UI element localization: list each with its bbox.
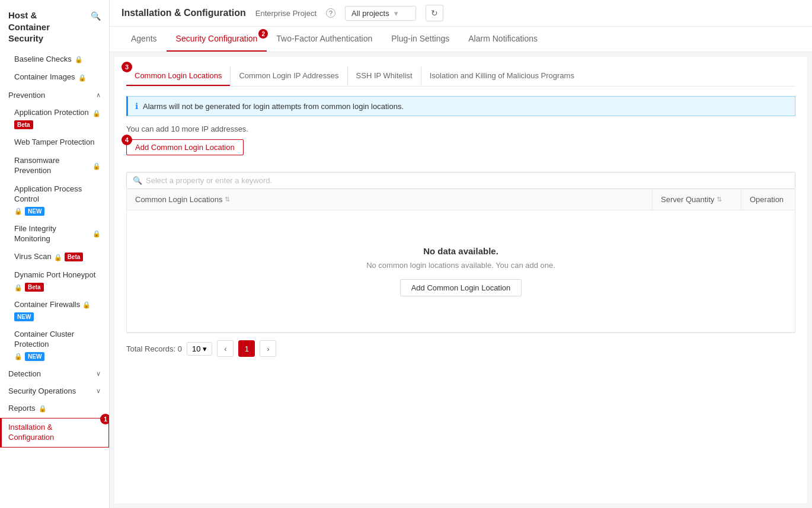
page-title: Installation & Configuration: [122, 8, 246, 18]
chevron-down-icon: ∨: [96, 370, 101, 378]
add-count-text: You can add 10 more IP addresses.: [126, 124, 795, 133]
sidebar-item-installation-config[interactable]: 1 Installation & Configuration: [0, 418, 109, 448]
tab-security-configuration[interactable]: 2 Security Configuration: [167, 27, 267, 52]
info-icon: ℹ: [135, 101, 138, 111]
lock-icon: 🔒: [14, 352, 23, 360]
beta-badge: Beta: [65, 253, 84, 261]
sidebar-group-detection[interactable]: Detection ∨: [0, 365, 109, 382]
lock-icon: 🔒: [92, 229, 101, 238]
chevron-down-icon: ▾: [394, 9, 398, 18]
sidebar-item-file-integrity[interactable]: File Integrity Monitoring 🔒: [0, 220, 109, 248]
chevron-down-icon: ▾: [203, 344, 207, 353]
next-page-button[interactable]: ›: [260, 340, 276, 357]
sidebar-item-web-tamper[interactable]: Web Tamper Protection: [0, 133, 109, 152]
empty-add-button[interactable]: Add Common Login Location: [400, 279, 522, 296]
lock-icon: 🔒: [78, 74, 87, 82]
lock-icon: 🔒: [54, 253, 62, 261]
sidebar: Host & Container Security 🔍 Baseline Che…: [0, 0, 110, 508]
sub-tab-ssh-whitelist[interactable]: SSH IP Whitelist: [347, 66, 421, 86]
lock-icon: 🔒: [14, 207, 23, 215]
beta-badge: Beta: [25, 283, 44, 292]
lock-icon: 🔒: [82, 301, 91, 309]
sidebar-title: Host & Container Security 🔍: [0, 0, 109, 50]
sidebar-item-container-images[interactable]: Container Images 🔒: [0, 68, 109, 87]
tab-alarm-notifications[interactable]: Alarm Notifications: [459, 27, 547, 52]
help-icon[interactable]: ?: [326, 8, 335, 18]
beta-badge: Beta: [14, 120, 33, 129]
sidebar-group-prevention[interactable]: Prevention ∧: [0, 87, 109, 104]
sidebar-item-app-protection[interactable]: Application Protection 🔒 Beta: [0, 104, 109, 133]
lock-icon: 🔒: [75, 55, 83, 63]
col-operation: Operation: [741, 189, 795, 210]
main-content: 3 Common Login Locations Common Login IP…: [114, 57, 807, 503]
page-1-button[interactable]: 1: [238, 340, 255, 357]
search-bar[interactable]: 🔍 Select a property or enter a keyword.: [126, 172, 795, 189]
container-images-label: Container Images: [14, 72, 75, 82]
refresh-button[interactable]: ↻: [426, 5, 443, 21]
search-icon[interactable]: 🔍: [91, 11, 101, 21]
empty-desc: No common login locations available. You…: [139, 261, 783, 270]
empty-title: No data available.: [139, 246, 783, 256]
chevron-down-icon: ∨: [96, 387, 101, 395]
main-tabs: Agents 2 Security Configuration Two-Fact…: [110, 27, 812, 52]
main-area: Installation & Configuration Enterprise …: [110, 0, 812, 508]
step-badge-4: 4: [122, 135, 132, 145]
top-bar: Installation & Configuration Enterprise …: [110, 0, 812, 27]
sub-tab-common-login-ip[interactable]: Common Login IP Addresses: [230, 66, 347, 86]
lock-icon: 🔒: [92, 109, 101, 117]
sub-tab-isolation-killing[interactable]: Isolation and Killing of Malicious Progr…: [421, 66, 583, 86]
new-badge: NEW: [14, 312, 34, 321]
col-common-login-locations: Common Login Locations ⇅: [127, 189, 653, 210]
step-badge-3: 3: [122, 62, 132, 72]
empty-state: No data available. No common login locat…: [126, 210, 795, 333]
tab-agents[interactable]: Agents: [122, 27, 167, 52]
search-icon: 🔍: [133, 176, 142, 185]
total-records: Total Records: 0: [126, 344, 182, 353]
sidebar-item-container-cluster[interactable]: Container Cluster Protection 🔒 NEW: [0, 325, 109, 365]
enterprise-label: Enterprise Project: [255, 9, 317, 18]
sidebar-item-ransomware[interactable]: Ransomware Prevention 🔒: [0, 152, 109, 180]
sidebar-item-app-process[interactable]: Application Process Control 🔒 NEW: [0, 180, 109, 220]
sidebar-item-virus-scan[interactable]: Virus Scan 🔒 Beta: [0, 248, 109, 266]
lock-icon: 🔒: [14, 283, 23, 292]
tab-plugin-settings[interactable]: Plug-in Settings: [382, 27, 459, 52]
step-badge-1: 1: [100, 414, 110, 424]
sidebar-item-container-firewalls[interactable]: Container Firewalls 🔒 NEW: [0, 296, 109, 325]
new-badge: NEW: [25, 207, 44, 216]
table-header: Common Login Locations ⇅ Server Quantity…: [126, 189, 795, 210]
col-server-quantity: Server Quantity ⇅: [653, 189, 741, 210]
step-badge-2: 2: [258, 29, 268, 39]
sort-icon[interactable]: ⇅: [717, 196, 722, 203]
sidebar-item-baseline-checks[interactable]: Baseline Checks 🔒: [0, 50, 109, 69]
sort-icon[interactable]: ⇅: [225, 196, 230, 203]
prev-page-button[interactable]: ‹: [217, 340, 234, 357]
info-banner: ℹ Alarms will not be generated for login…: [126, 96, 795, 116]
lock-icon: 🔒: [39, 404, 47, 413]
sidebar-item-reports[interactable]: Reports 🔒: [0, 400, 109, 418]
chevron-up-icon: ∧: [96, 91, 101, 99]
project-select[interactable]: All projects ▾: [345, 6, 416, 21]
pagination: Total Records: 0 10 ▾ ‹ 1 ›: [126, 333, 795, 359]
page-size-select[interactable]: 10 ▾: [187, 342, 212, 356]
add-common-login-location-button[interactable]: Add Common Login Location: [126, 139, 244, 155]
tab-two-factor[interactable]: Two-Factor Authentication: [267, 27, 382, 52]
baseline-checks-label: Baseline Checks: [14, 55, 72, 65]
sub-tabs: 3 Common Login Locations Common Login IP…: [126, 66, 795, 87]
sidebar-item-dynamic-port[interactable]: Dynamic Port Honeypot 🔒 Beta: [0, 266, 109, 296]
sidebar-group-security-operations[interactable]: Security Operations ∨: [0, 382, 109, 400]
sub-tab-common-login-locations[interactable]: Common Login Locations: [126, 66, 230, 86]
new-badge: NEW: [25, 352, 44, 361]
lock-icon: 🔒: [92, 162, 101, 170]
